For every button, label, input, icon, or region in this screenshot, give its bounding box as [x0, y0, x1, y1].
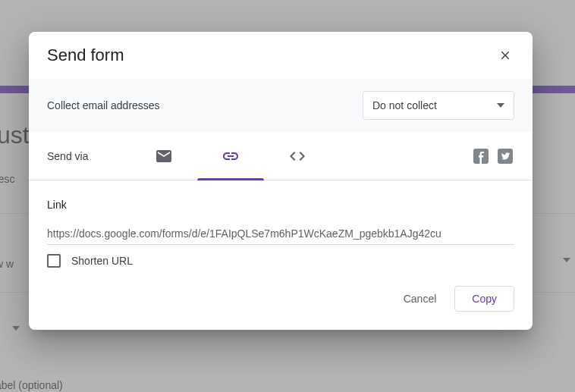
- link-label: Link: [47, 199, 514, 211]
- close-icon: [498, 49, 512, 62]
- twitter-icon: [496, 147, 514, 165]
- tab-link[interactable]: [197, 132, 264, 180]
- share-twitter-button[interactable]: [496, 147, 514, 165]
- tab-email[interactable]: [130, 132, 197, 180]
- send-via-tabs: Send via: [29, 132, 533, 180]
- collect-email-label: Collect email addresses: [47, 99, 160, 111]
- collect-email-select[interactable]: Do not collect: [363, 91, 514, 120]
- tab-embed[interactable]: [264, 132, 331, 180]
- share-facebook-button[interactable]: [472, 147, 490, 165]
- dialog-title: Send form: [47, 45, 124, 65]
- shorten-url-label: Shorten URL: [71, 255, 133, 267]
- facebook-icon: [472, 147, 490, 165]
- email-icon: [155, 147, 173, 165]
- embed-icon: [288, 147, 306, 165]
- send-via-label: Send via: [47, 150, 88, 162]
- link-url-input[interactable]: [47, 224, 514, 245]
- collect-email-row: Collect email addresses Do not collect: [29, 79, 533, 132]
- caret-down-icon: [497, 103, 504, 108]
- link-icon: [222, 147, 240, 165]
- copy-button[interactable]: Copy: [454, 286, 514, 312]
- close-button[interactable]: [496, 46, 514, 64]
- collect-email-value: Do not collect: [372, 99, 437, 111]
- shorten-url-checkbox[interactable]: [47, 254, 61, 268]
- send-form-dialog: Send form Collect email addresses Do not…: [29, 32, 533, 330]
- cancel-button[interactable]: Cancel: [391, 287, 449, 311]
